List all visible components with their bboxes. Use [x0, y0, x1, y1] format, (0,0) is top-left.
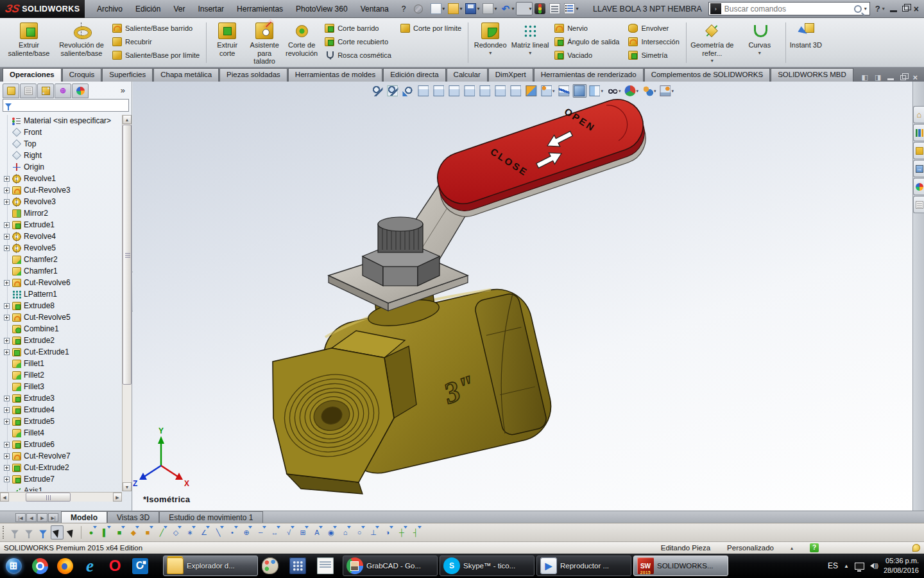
expand-toggle-icon[interactable]: [4, 407, 10, 413]
ribbon-small-button[interactable]: Simetría: [626, 49, 681, 61]
collapse-left-icon[interactable]: ◧: [862, 73, 868, 82]
command-tab[interactable]: Edición directa: [383, 68, 445, 82]
filter-sketch-segments-icon[interactable]: ╲: [212, 525, 225, 539]
volume-icon[interactable]: ))): [870, 563, 878, 569]
menu-item[interactable]: ?: [396, 2, 412, 16]
tree-item[interactable]: Extrude6: [4, 439, 122, 450]
search-caret-icon[interactable]: ▾: [864, 6, 869, 12]
rebuild-button[interactable]: [533, 2, 547, 15]
filter-geometric-tolerances-icon[interactable]: ⊞: [296, 525, 309, 539]
tree-item[interactable]: Right: [4, 150, 122, 161]
tree-item[interactable]: Cut-Extrude2: [4, 462, 122, 473]
view-top-icon[interactable]: [478, 84, 492, 98]
restore-button[interactable]: [902, 6, 909, 12]
normal-to-icon[interactable]: [557, 84, 571, 98]
view-back-icon[interactable]: [432, 84, 446, 98]
view-front-icon[interactable]: [416, 84, 431, 98]
design-library-tab[interactable]: [913, 124, 924, 141]
dimxpertmanager-tab[interactable]: ⊕: [55, 83, 71, 98]
expand-toggle-icon[interactable]: [4, 349, 10, 355]
filter-blocks-icon[interactable]: ┼: [395, 525, 408, 539]
view-orientation-icon[interactable]: ▾: [540, 84, 556, 98]
display-style-icon[interactable]: ▾: [588, 84, 604, 98]
close-button[interactable]: ×: [914, 4, 919, 13]
filter-midpoints-icon[interactable]: •: [226, 525, 239, 539]
expand-toggle-icon[interactable]: [4, 419, 10, 425]
view-right-icon[interactable]: [463, 84, 477, 98]
displaymanager-tab[interactable]: [72, 83, 89, 98]
ribbon-button[interactable]: Curvas ▾: [736, 20, 783, 66]
filter-solid-bodies-icon[interactable]: ■: [141, 525, 154, 539]
document-tab[interactable]: Modelo: [61, 511, 107, 523]
toolbar-grip[interactable]: [3, 526, 5, 539]
ribbon-small-button[interactable]: Ángulo de salida: [552, 36, 621, 48]
command-search[interactable]: › ▾: [708, 2, 870, 15]
appearances-scenes-tab[interactable]: [913, 178, 924, 195]
menu-item[interactable]: Herramientas: [231, 2, 289, 16]
expand-toggle-icon[interactable]: [4, 477, 10, 482]
options-button[interactable]: ▾: [563, 2, 579, 15]
tree-item[interactable]: Extrude7: [4, 473, 122, 485]
filter-centerlines-icon[interactable]: ┄: [254, 525, 267, 539]
ribbon-button[interactable]: Instant 3D: [788, 20, 824, 66]
menu-item[interactable]: Insertar: [192, 2, 230, 16]
tree-item[interactable]: Axis1: [4, 485, 122, 491]
hidden-icons-caret[interactable]: ▲: [844, 563, 849, 569]
ribbon-small-button[interactable]: Saliente/Base barrido: [110, 22, 201, 34]
command-tab[interactable]: Operaciones: [3, 68, 62, 82]
ribbon-button[interactable]: Extruir corte: [209, 20, 246, 66]
tree-item[interactable]: Cut-Revolve5: [4, 311, 122, 323]
opera-icon[interactable]: O: [103, 555, 127, 577]
filter-weld-symbols-icon[interactable]: ⌂: [339, 525, 352, 539]
tree-item[interactable]: Combine1: [4, 323, 122, 335]
file-explorer-tab[interactable]: [913, 142, 924, 159]
tree-item[interactable]: Origin: [4, 161, 122, 173]
search-icon[interactable]: [854, 5, 862, 13]
tree-item[interactable]: Revolve1: [4, 173, 122, 184]
expand-toggle-icon[interactable]: [4, 453, 10, 459]
media-player-window-button[interactable]: ▶ Reproductor ...: [536, 556, 631, 576]
calculator-icon[interactable]: [287, 556, 313, 576]
expand-toggle-icon[interactable]: [4, 315, 10, 320]
menu-item[interactable]: Archivo: [91, 2, 128, 16]
dropdown-caret-icon[interactable]: ▾: [511, 6, 514, 12]
tab-scroll-button[interactable]: ▶|: [48, 513, 58, 522]
magnified-selection-icon[interactable]: [65, 525, 78, 539]
skype-window-button[interactable]: S Skype™ - tico...: [440, 556, 535, 576]
tree-filter-box[interactable]: [3, 99, 129, 112]
dropdown-caret-icon[interactable]: ▾: [529, 6, 531, 12]
view-left-icon[interactable]: [447, 84, 461, 98]
filter-vertices-icon[interactable]: ●: [85, 525, 98, 539]
zoom-to-area-icon[interactable]: [386, 84, 400, 98]
tree-item[interactable]: Cut-Revolve6: [4, 277, 122, 288]
scroll-up-arrow[interactable]: ▲: [123, 115, 132, 124]
menu-item[interactable]: Ver: [167, 2, 191, 16]
filter-center-marks-icon[interactable]: ⊕: [240, 525, 253, 539]
toggle-selection-filters-icon[interactable]: [37, 525, 49, 539]
filter-connection-points-icon[interactable]: ┤: [409, 525, 422, 539]
tree-item[interactable]: Revolve5: [4, 242, 122, 254]
document-restore-button[interactable]: [900, 75, 906, 80]
zoom-to-fit-icon[interactable]: [370, 84, 384, 98]
internet-explorer-icon[interactable]: e: [78, 555, 102, 577]
document-tab[interactable]: Estudio de movimiento 1: [159, 511, 262, 523]
tree-item[interactable]: Extrude4: [4, 404, 122, 416]
grabcad-window-button[interactable]: GrabCAD - Go...: [343, 556, 438, 576]
dropdown-caret-icon[interactable]: ▾: [494, 6, 497, 12]
status-help-icon[interactable]: ?: [810, 543, 819, 552]
tree-item[interactable]: Fillet2: [4, 369, 122, 381]
ribbon-small-button[interactable]: Intersección: [626, 36, 681, 48]
ribbon-small-button[interactable]: Vaciado: [552, 49, 621, 61]
command-tab[interactable]: Calcular: [447, 68, 488, 82]
view-isometric-icon[interactable]: [509, 84, 523, 98]
expand-toggle-icon[interactable]: [4, 188, 10, 193]
clock[interactable]: 05:36 p.m. 28/08/2016: [884, 556, 919, 575]
tree-item[interactable]: Fillet3: [4, 381, 122, 392]
tab-scroll-button[interactable]: ◀: [26, 513, 37, 522]
expand-toggle-icon[interactable]: [4, 222, 10, 228]
file-properties-button[interactable]: [548, 2, 562, 15]
expand-toggle-icon[interactable]: [4, 465, 10, 471]
expand-toggle-icon[interactable]: [4, 396, 10, 401]
command-tab[interactable]: Superficies: [102, 68, 153, 82]
scroll-thumb[interactable]: [26, 493, 71, 502]
